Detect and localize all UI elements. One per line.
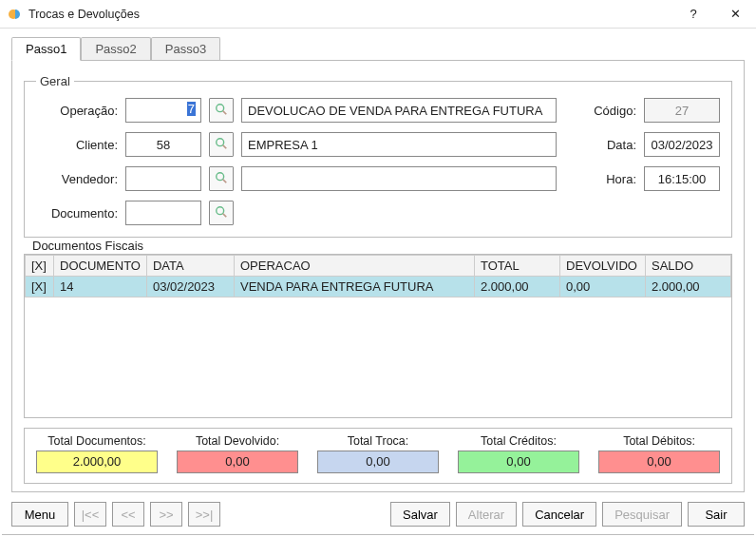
help-button[interactable]: ? xyxy=(672,0,714,29)
close-button[interactable]: ✕ xyxy=(714,0,756,29)
grid-empty-area[interactable] xyxy=(25,297,731,417)
legend-documentos-fiscais: Documentos Fiscais xyxy=(29,239,146,253)
svg-point-7 xyxy=(217,206,224,214)
label-data: Data: xyxy=(583,138,636,152)
codigo-input xyxy=(644,98,720,123)
vendedor-search-button[interactable] xyxy=(209,166,234,191)
svg-line-8 xyxy=(223,213,227,217)
search-icon xyxy=(215,137,228,153)
vendedor-desc-input[interactable] xyxy=(241,166,557,191)
tab-bar: Passo1 Passo2 Passo3 xyxy=(0,29,756,60)
nav-last-button[interactable]: >>| xyxy=(188,502,220,527)
svg-point-3 xyxy=(217,138,224,145)
group-geral: Geral Operação: 7 Código: Cliente: xyxy=(24,74,732,238)
cliente-search-button[interactable] xyxy=(209,132,234,157)
search-icon xyxy=(215,103,228,119)
cliente-code-input[interactable] xyxy=(125,132,201,157)
tab-passo1[interactable]: Passo1 xyxy=(11,37,81,61)
nav-prev-button[interactable]: << xyxy=(112,502,144,527)
total-creditos-value: 0,00 xyxy=(458,451,579,473)
nav-first-button[interactable]: |<< xyxy=(74,502,106,527)
cell-sel[interactable]: [X] xyxy=(26,277,54,297)
label-codigo: Código: xyxy=(583,104,636,118)
total-devolvido-value: 0,00 xyxy=(177,451,298,473)
total-devolvido: Total Devolvido: 0,00 xyxy=(177,434,298,473)
window-title: Trocas e Devoluções xyxy=(28,8,672,21)
total-debitos: Total Débitos: 0,00 xyxy=(598,434,720,473)
pesquisar-button[interactable]: Pesquisar xyxy=(602,502,682,527)
label-cliente: Cliente: xyxy=(36,138,118,152)
cell-devolvido: 0,00 xyxy=(560,277,646,297)
label-documento: Documento: xyxy=(36,206,118,221)
main-panel: Geral Operação: 7 Código: Cliente: xyxy=(11,60,745,492)
total-devolvido-label: Total Devolvido: xyxy=(177,434,298,448)
vendedor-code-input[interactable] xyxy=(125,166,201,191)
tab-passo2[interactable]: Passo2 xyxy=(81,37,150,61)
total-documentos-label: Total Documentos: xyxy=(36,434,158,448)
operacao-code-value: 7 xyxy=(187,102,196,116)
totals-bar: Total Documentos: 2.000,00 Total Devolvi… xyxy=(24,428,732,484)
total-debitos-value: 0,00 xyxy=(598,451,720,473)
total-documentos: Total Documentos: 2.000,00 xyxy=(36,434,158,473)
documento-search-button[interactable] xyxy=(209,201,234,225)
cancelar-button[interactable]: Cancelar xyxy=(522,502,596,527)
search-icon xyxy=(215,171,228,187)
svg-line-6 xyxy=(223,179,227,182)
cell-operacao: VENDA PARA ENTREGA FUTURA xyxy=(234,277,474,297)
total-troca-value: 0,00 xyxy=(317,451,439,473)
total-troca-label: Total Troca: xyxy=(317,434,439,448)
tab-passo3[interactable]: Passo3 xyxy=(151,37,220,61)
cell-documento: 14 xyxy=(54,277,147,297)
svg-line-4 xyxy=(223,144,227,148)
sair-button[interactable]: Sair xyxy=(688,502,745,527)
nav-next-button[interactable]: >> xyxy=(150,502,182,527)
operacao-desc-input[interactable] xyxy=(241,98,557,123)
total-creditos-label: Total Créditos: xyxy=(458,434,579,448)
svg-point-5 xyxy=(217,172,224,180)
legend-geral: Geral xyxy=(36,74,74,88)
total-creditos: Total Créditos: 0,00 xyxy=(458,434,579,473)
cell-data: 03/02/2023 xyxy=(146,277,234,297)
label-vendedor: Vendedor: xyxy=(36,172,118,186)
total-troca: Total Troca: 0,00 xyxy=(317,434,439,473)
titlebar: Trocas e Devoluções ? ✕ xyxy=(0,0,756,29)
cliente-desc-input[interactable] xyxy=(241,132,557,157)
hora-input[interactable] xyxy=(644,166,720,191)
cell-saldo: 2.000,00 xyxy=(646,277,731,297)
label-operacao: Operação: xyxy=(36,104,118,118)
table-row[interactable]: [X] 14 03/02/2023 VENDA PARA ENTREGA FUT… xyxy=(26,277,731,297)
menu-button[interactable]: Menu xyxy=(11,502,68,527)
svg-point-1 xyxy=(217,104,224,111)
app-icon xyxy=(8,7,23,22)
button-bar: Menu |<< << >> >>| Salvar Alterar Cancel… xyxy=(0,492,756,534)
svg-line-2 xyxy=(223,110,227,114)
label-hora: Hora: xyxy=(583,172,636,186)
search-icon xyxy=(215,205,228,221)
operacao-search-button[interactable] xyxy=(209,98,234,123)
alterar-button[interactable]: Alterar xyxy=(456,502,517,527)
cell-total: 2.000,00 xyxy=(475,277,560,297)
documento-input[interactable] xyxy=(125,201,201,225)
data-input[interactable] xyxy=(644,132,720,157)
grid-documentos-fiscais[interactable]: [X] DOCUMENTO DATA OPERACAO TOTAL DEVOLV… xyxy=(24,254,732,418)
total-debitos-label: Total Débitos: xyxy=(598,434,720,448)
total-documentos-value: 2.000,00 xyxy=(36,451,158,473)
salvar-button[interactable]: Salvar xyxy=(390,502,450,527)
